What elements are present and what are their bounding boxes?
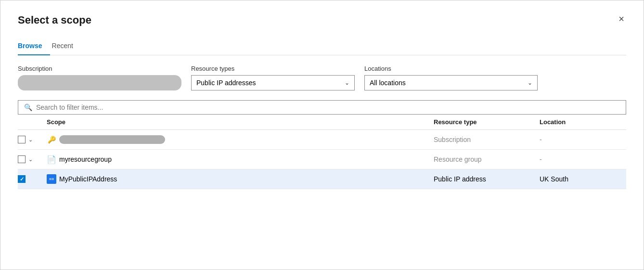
locations-group: Locations All locations ⌄ [364,65,538,90]
scope-cell-subscription: 🔑 [47,135,434,144]
location-ipaddress: UK South [540,175,626,183]
locations-label: Locations [364,65,538,72]
resource-types-dropdown[interactable]: Public IP addresses ⌄ [191,75,355,90]
col-header-location: Location [540,118,626,126]
tab-browse[interactable]: Browse [18,38,50,55]
scope-cell-resourcegroup: 📄 myresourcegroup [47,154,434,164]
resource-group-icon: 📄 [47,154,56,164]
search-icon: 🔍 [24,103,32,111]
chevron-down-icon-locations: ⌄ [528,79,532,86]
dialog-title: Select a scope [18,14,91,26]
col-header-scope: Scope [47,118,434,126]
table-row[interactable]: ≡≡ MyPublicIPAddress Public IP address U… [18,169,626,189]
ip-address-icon: ≡≡ [47,174,56,184]
table-row: ⌄ 🔑 Subscription - [18,130,626,150]
locations-value: All locations [370,79,406,87]
expand-icon-subscription[interactable]: ⌄ [28,137,33,143]
checkbox-ipaddress[interactable] [18,175,26,183]
location-subscription: - [540,136,626,143]
locations-dropdown[interactable]: All locations ⌄ [364,75,538,90]
table-row: ⌄ 📄 myresourcegroup Resource group - [18,150,626,169]
resource-types-value: Public IP addresses [196,79,256,87]
checkbox-subscription[interactable] [18,136,26,143]
key-icon: 🔑 [47,135,56,144]
ipaddress-name: MyPublicIPAddress [59,175,117,183]
subscription-name-blurred [59,135,165,144]
resource-types-group: Resource types Public IP addresses ⌄ [191,65,355,90]
subscription-label: Subscription [18,65,181,72]
row-controls-resourcegroup: ⌄ [18,155,47,163]
resourcegroup-name: myresourcegroup [59,155,112,163]
table-container: Scope Resource type Location ⌄ 🔑 Subscri… [18,115,626,189]
filter-row: Subscription Resource types Public IP ad… [18,65,626,90]
row-controls-subscription: ⌄ [18,136,47,143]
close-button[interactable]: × [617,14,626,24]
chevron-down-icon: ⌄ [345,79,349,86]
checkbox-resourcegroup[interactable] [18,155,26,163]
tabs-container: Browse Recent [18,38,626,55]
subscription-group: Subscription [18,65,181,90]
subscription-input[interactable] [18,75,181,90]
tab-recent[interactable]: Recent [50,38,81,55]
dialog-header: Select a scope × [18,14,626,26]
scope-cell-ipaddress: ≡≡ MyPublicIPAddress [47,174,434,184]
resource-type-resourcegroup: Resource group [434,155,540,163]
col-header-checkbox [18,118,47,126]
resource-types-label: Resource types [191,65,355,72]
select-scope-dialog: Select a scope × Browse Recent Subscript… [0,0,644,270]
row-controls-ipaddress [18,175,47,183]
resource-type-subscription: Subscription [434,136,540,143]
search-box: 🔍 [18,100,626,115]
table-header: Scope Resource type Location [18,115,626,130]
expand-icon-resourcegroup[interactable]: ⌄ [28,156,33,163]
col-header-resource-type: Resource type [434,118,540,126]
location-resourcegroup: - [540,155,626,163]
resource-type-ipaddress: Public IP address [434,175,540,183]
search-input[interactable] [36,103,620,111]
